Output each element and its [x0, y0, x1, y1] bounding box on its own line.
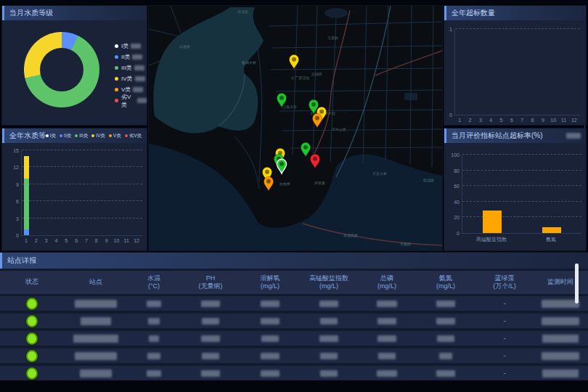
pin-hole: [313, 157, 317, 161]
yearly-grade-legend: I类II类III类IV类V类劣V类: [46, 128, 142, 143]
pin-hole: [319, 110, 324, 114]
table-column-header: 状态: [0, 278, 64, 286]
table-row[interactable]: -: [0, 348, 588, 363]
legend-label: III类: [79, 128, 88, 143]
legend-item[interactable]: IV类: [91, 128, 105, 143]
legend-item[interactable]: I类: [46, 128, 56, 143]
table-panel-header: 站点详报: [0, 253, 588, 269]
time-redacted: [542, 317, 579, 325]
station-cell: [64, 300, 128, 308]
value-cell: [241, 301, 299, 307]
legend-dot: [60, 134, 62, 137]
stacked-bar-segment: [24, 179, 29, 229]
legend-item[interactable]: I类: [115, 41, 147, 52]
legend-dot: [115, 55, 118, 59]
table-row[interactable]: -: [0, 314, 588, 328]
panel-title: 站点详报: [7, 253, 36, 268]
table-body: -----: [0, 296, 588, 383]
table-row[interactable]: -: [0, 296, 588, 311]
column-label: 蓝绿藻: [476, 274, 533, 282]
map-panel[interactable]: 石塘桥渔港路蠡湖大桥五星村滨湖区江南大学长广溪湿地太湖绿波美术馆市中心区天安大桥…: [149, 6, 442, 250]
table-column-header: 站点: [64, 278, 128, 286]
column-unit: (万个/L): [476, 282, 533, 290]
y-axis-tick: 3: [6, 216, 19, 221]
panel-header: 当月评价指标站点超标率(%): [444, 128, 586, 143]
algae-value: -: [504, 352, 506, 359]
rules-link-redacted[interactable]: [566, 133, 581, 139]
x-axis-tick: 9: [542, 118, 544, 123]
value-redacted: [147, 370, 161, 377]
value-cell: [241, 370, 299, 377]
city-map[interactable]: 石塘桥渔港路蠡湖大桥五星村滨湖区江南大学长广溪湿地太湖绿波美术馆市中心区天安大桥…: [149, 6, 442, 250]
map-place-label: 吉柏桥: [279, 181, 290, 187]
legend-item[interactable]: V类: [109, 128, 121, 143]
legend-item[interactable]: III类: [115, 62, 147, 73]
gridline: [462, 201, 581, 202]
time-cell: [533, 300, 588, 308]
legend-value-redacted: [135, 76, 145, 81]
legend-item[interactable]: IV类: [115, 73, 147, 84]
x-axis-tick: 12: [134, 238, 139, 243]
gridline: [462, 216, 581, 217]
value-cell: [359, 335, 415, 342]
status-cell: [0, 315, 64, 327]
y-axis-tick: 9: [6, 181, 19, 187]
y-axis-tick: 100: [446, 152, 460, 158]
table-scrollbar[interactable]: [575, 264, 579, 303]
algae-value: -: [504, 300, 506, 307]
value-cell: [359, 301, 415, 307]
pin-hole: [292, 57, 296, 62]
y-axis-tick: 40: [446, 199, 460, 204]
gridline: [455, 28, 580, 29]
legend-item[interactable]: II类: [115, 52, 147, 62]
value-cell: [415, 370, 476, 377]
table-row[interactable]: -: [0, 331, 588, 346]
value-redacted: [436, 301, 455, 307]
value-redacted: [261, 353, 279, 359]
algae-cell: -: [476, 352, 533, 359]
station-name-redacted: [75, 300, 117, 308]
value-cell: [180, 370, 241, 377]
station-cell: [64, 352, 128, 360]
value-cell: [299, 353, 359, 359]
panel-header: 当月水质等级: [2, 6, 147, 20]
map-place-label: 渔港路: [237, 9, 248, 15]
pin-hole: [279, 96, 284, 100]
x-axis-tick: 4: [54, 238, 57, 243]
value-redacted: [320, 318, 338, 324]
map-place-label: 天安大桥: [372, 171, 387, 176]
value-cell: [128, 335, 180, 342]
pin-hole: [266, 179, 271, 184]
value-cell: [299, 335, 359, 342]
table-row[interactable]: -: [0, 366, 588, 380]
x-axis-tick: 6: [510, 118, 513, 123]
column-unit: (°C): [128, 282, 180, 290]
legend-item[interactable]: II类: [60, 128, 71, 143]
legend-item[interactable]: 劣V类: [125, 128, 142, 143]
algae-cell: -: [476, 335, 533, 342]
value-cell: [241, 353, 299, 359]
legend-item[interactable]: III类: [75, 128, 88, 143]
legend-label: III类: [121, 64, 132, 72]
value-cell: [128, 318, 180, 324]
chart-plot-area: [21, 150, 142, 236]
value-redacted: [377, 370, 397, 377]
status-cell: [0, 350, 64, 362]
column-unit: (mg/L): [415, 282, 476, 290]
time-cell: [533, 352, 588, 360]
panel-yearly-grade: 全年水质等级 I类II类III类IV类V类劣V类 036912151234567…: [2, 128, 147, 250]
value-redacted: [436, 318, 455, 324]
time-redacted: [542, 369, 579, 377]
value-redacted: [201, 335, 220, 342]
value-redacted: [202, 318, 219, 324]
panel-header: 全年超标数量: [444, 6, 586, 20]
map-place-label: 长广溪湿地: [291, 75, 309, 81]
value-cell: [299, 370, 359, 377]
x-axis-tick: 高锰酸盐指数: [476, 236, 507, 243]
value-redacted: [377, 335, 396, 342]
station-cell: [64, 317, 128, 325]
table-column-header: 监测时间: [533, 278, 588, 286]
station-name-redacted: [75, 352, 117, 360]
legend-dot: [115, 44, 118, 48]
legend-item[interactable]: 劣V类: [115, 95, 147, 106]
